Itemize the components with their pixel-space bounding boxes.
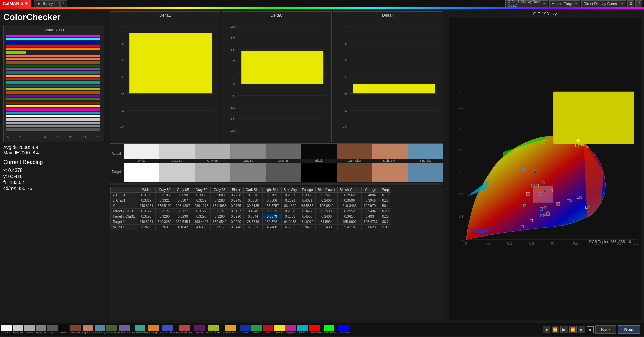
bar xyxy=(6,122,100,124)
step-forward-button[interactable]: ⏩ xyxy=(569,326,577,333)
mobile-forge-label: Mobile Forge xyxy=(552,2,573,6)
table-cell: 5.09 xyxy=(380,225,391,230)
swatch-item[interactable]: Gray 50 xyxy=(230,144,266,163)
bottom-swatch-item[interactable]: Light Skin xyxy=(82,325,94,334)
bottom-swatch-name: Gray 35 xyxy=(48,331,57,334)
target-swatch-item[interactable] xyxy=(230,163,266,182)
bottom-swatch-item[interactable]: Cyan xyxy=(297,325,308,334)
svg-text:0.3: 0.3 xyxy=(529,242,534,245)
bottom-swatch-item[interactable]: Red xyxy=(263,325,273,334)
swatch-item[interactable]: Gray 80 xyxy=(159,144,195,163)
svg-text:3: 3 xyxy=(344,42,347,46)
bottom-swatch-item[interactable]: Yellow Green xyxy=(205,325,221,334)
add-tab-button[interactable]: + xyxy=(60,0,67,7)
bar xyxy=(6,51,26,54)
svg-text:0: 0 xyxy=(344,92,347,96)
bottom-swatch-item[interactable]: Orange xyxy=(148,325,159,334)
bottom-swatch-item[interactable]: Foliage xyxy=(106,325,117,334)
table-cell: 28.5746 xyxy=(244,219,262,225)
swatch-item[interactable]: Blue Sky xyxy=(408,144,443,163)
swatch-item[interactable]: Dark Skin xyxy=(337,144,372,163)
bottom-swatch-item[interactable]: Moderate Red xyxy=(176,325,193,334)
bottom-swatch-item[interactable]: Blue Flower xyxy=(117,325,131,334)
target-color xyxy=(372,163,408,182)
xrite-dropdown[interactable]: X-Rite i1Display Retail OLED ▼ xyxy=(505,0,548,7)
svg-point-92 xyxy=(544,213,546,216)
direct-display-dropdown[interactable]: Direct Display Control ▼ xyxy=(581,0,626,7)
play-button[interactable]: ▶ xyxy=(560,326,568,333)
bottom-swatch-item[interactable]: Yellow xyxy=(274,325,285,334)
delta-l-chart: DeltaL 4 3 2 1 xyxy=(110,11,220,142)
svg-text:3: 3 xyxy=(121,42,124,46)
back-button[interactable]: Back xyxy=(595,325,616,334)
rewind-button[interactable]: ⏮ xyxy=(543,326,550,333)
swatch-item[interactable]: Gray 65 xyxy=(195,144,230,163)
cie-diagram: 0 0.1 0.2 0.3 0.4 0.5 0.6 0.7 0.8 0 0.1 … xyxy=(449,18,641,320)
bottom-swatch-item[interactable]: White xyxy=(1,325,12,334)
actual-color xyxy=(372,144,408,159)
target-swatch-item[interactable] xyxy=(372,163,408,182)
table-cell: 0.4034 xyxy=(361,214,380,219)
target-swatch-item[interactable] xyxy=(195,163,230,182)
help-button[interactable]: ? xyxy=(635,0,642,7)
bottom-swatch-item[interactable]: Bluish Green xyxy=(132,325,148,334)
bottom-swatch-item[interactable]: Gray 35 xyxy=(47,325,58,334)
history-tab[interactable]: ▶ History 1 xyxy=(34,0,59,7)
target-swatch-item[interactable] xyxy=(124,163,159,182)
bottom-swatch-item[interactable]: Purplish Blue xyxy=(160,325,175,334)
swatch-item[interactable]: Light Skin xyxy=(372,144,408,163)
horizontal-scrollbar[interactable] xyxy=(110,183,443,185)
swatch-item[interactable]: Gray 35 xyxy=(266,144,301,163)
next-button[interactable]: Next xyxy=(618,325,640,334)
bottom-swatch-color xyxy=(194,325,205,331)
delta-h-chart: DeltaH 4 3 2 1 0 xyxy=(333,11,443,142)
bottom-swatch-item[interactable]: Magenta xyxy=(285,325,296,334)
settings-button[interactable]: ⚙ xyxy=(627,0,634,7)
bottom-swatch-color xyxy=(83,325,93,331)
table-cell: 39.8185 xyxy=(244,203,262,209)
bottom-swatch-item[interactable]: 100% Green xyxy=(321,325,336,334)
bottom-swatch-item[interactable]: Orange Yellow xyxy=(222,325,239,334)
bar xyxy=(6,98,100,100)
bottom-swatch-item[interactable]: Green xyxy=(251,325,262,334)
target-swatch-item[interactable] xyxy=(266,163,301,182)
table-cell: 0.16 xyxy=(380,198,391,203)
bottom-swatch-item[interactable]: Dark Skin xyxy=(70,325,82,334)
fast-forward-button[interactable]: ⏭ xyxy=(578,326,585,333)
bottom-swatch-item[interactable]: Purple xyxy=(194,325,205,334)
delta-l-area: 4 3 2 1 0 -1 -2 xyxy=(110,19,220,142)
right-panel: CIE 1931 xy xyxy=(446,9,644,323)
stop-button[interactable]: ■ xyxy=(587,326,594,333)
bottom-swatch-name: Cyan xyxy=(299,331,306,334)
target-swatch-item[interactable] xyxy=(337,163,372,182)
bottom-swatch-name: Blue xyxy=(243,331,248,334)
bottom-swatch-item[interactable]: Gray 65 xyxy=(24,325,35,334)
table-cell: 0.4505 xyxy=(299,214,316,219)
bottom-swatch-item[interactable]: 100% Red xyxy=(308,325,321,334)
bar-row xyxy=(6,121,101,124)
swatch-item[interactable]: White xyxy=(124,144,159,163)
step-back-button[interactable]: ⏪ xyxy=(552,326,559,333)
table-cell: 0.3127 xyxy=(192,209,211,214)
bottom-swatch-item[interactable]: Blue Sky xyxy=(95,325,105,334)
bar-row xyxy=(6,51,101,54)
mobile-forge-dropdown[interactable]: Mobile Forge ▼ xyxy=(549,0,580,7)
bottom-swatch-name: Black xyxy=(60,331,67,334)
bottom-swatch-item[interactable]: Gray 50 xyxy=(36,325,46,334)
bar-row xyxy=(6,98,101,101)
x-axis-label: 14 xyxy=(97,136,100,139)
table-cell: 0.2562 xyxy=(338,193,362,198)
swatch-item[interactable]: Black xyxy=(301,144,337,163)
bottom-swatch-item[interactable]: Blue xyxy=(240,325,251,334)
target-swatch-item[interactable] xyxy=(159,163,195,182)
target-swatch-item[interactable] xyxy=(408,163,443,182)
bottom-swatch-item[interactable]: 100% Blue xyxy=(337,325,350,334)
reading-y: y: 0.5416 xyxy=(3,174,104,179)
bar xyxy=(6,48,100,50)
bottom-swatch-name: Light Skin xyxy=(82,331,94,334)
bottom-swatch-color xyxy=(1,325,12,331)
target-swatch-item[interactable] xyxy=(301,163,337,182)
bottom-swatch-item[interactable]: Gray 80 xyxy=(13,325,23,334)
play-icon: ▶ xyxy=(38,1,40,6)
bottom-swatch-item[interactable]: Black xyxy=(58,325,69,334)
